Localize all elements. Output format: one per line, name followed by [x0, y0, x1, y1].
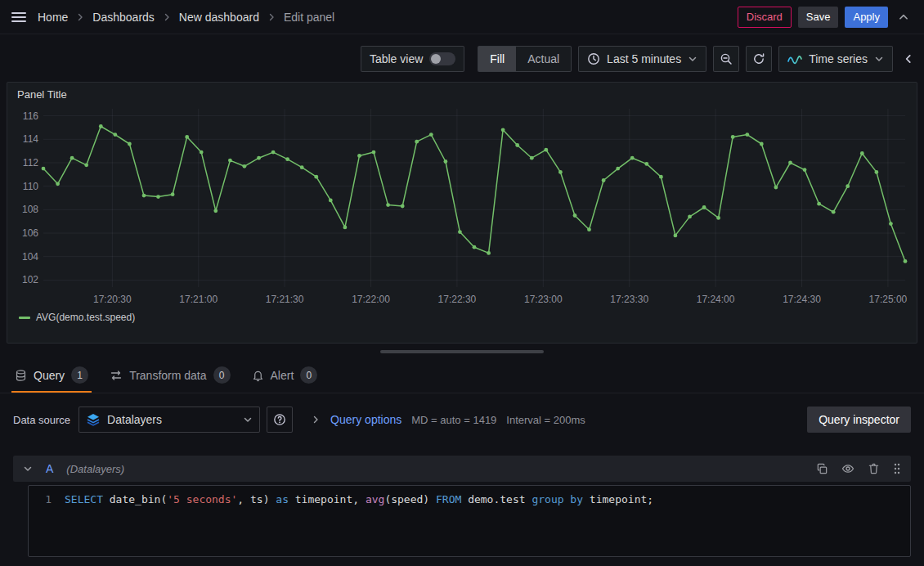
sql-code[interactable]: SELECT date_bin('5 seconds', ts) as time…	[65, 492, 653, 507]
discard-button[interactable]: Discard	[738, 7, 792, 28]
tab-alert[interactable]: Alert 0	[245, 360, 325, 393]
menu-icon[interactable]	[11, 12, 26, 22]
svg-text:108: 108	[22, 204, 38, 215]
time-range-picker[interactable]: Last 5 minutes	[578, 46, 706, 72]
panel-title[interactable]: Panel Title	[7, 83, 917, 102]
sql-code-editor[interactable]: 1 SELECT date_bin('5 seconds', ts) as ti…	[28, 485, 911, 557]
table-view-toggle[interactable]: Table view	[361, 46, 464, 72]
breadcrumb-home[interactable]: Home	[38, 11, 68, 24]
query-options-link[interactable]: Query options	[330, 413, 401, 426]
alert-bell-icon	[252, 369, 264, 382]
svg-text:17:21:30: 17:21:30	[266, 294, 304, 305]
tab-alert-label: Alert	[271, 369, 294, 382]
legend-label: AVG(demo.test.speed)	[36, 312, 135, 323]
options-pane-toggle-icon[interactable]	[899, 50, 917, 68]
fill-actual-segmented: Fill Actual	[478, 46, 572, 72]
query-collapse-icon[interactable]	[23, 464, 33, 474]
svg-text:110: 110	[23, 181, 38, 192]
panel: Panel Title 10210410610811011211411617:2…	[7, 82, 917, 344]
chevron-right-icon	[162, 12, 172, 22]
table-view-label: Table view	[370, 52, 423, 65]
query-inspector-button[interactable]: Query inspector	[807, 407, 911, 433]
zoom-out-button[interactable]	[713, 46, 739, 72]
chevron-down-icon	[243, 415, 253, 424]
interval-summary: Interval = 200ms	[506, 414, 585, 426]
refresh-button[interactable]	[746, 46, 772, 72]
tab-transform-label: Transform data	[129, 369, 206, 382]
time-series-chart[interactable]: 10210410610811011211411617:20:3017:21:00…	[12, 102, 915, 308]
query-section: Data source Datalayers Query options MD …	[0, 393, 924, 557]
svg-text:17:20:30: 17:20:30	[93, 294, 132, 305]
query-options[interactable]: Query options MD = auto = 1419 Interval …	[311, 413, 585, 426]
breadcrumb: Home Dashboards New dashboard Edit panel	[38, 11, 334, 24]
breadcrumb-new-dashboard[interactable]: New dashboard	[179, 11, 259, 24]
table-view-switch[interactable]	[429, 52, 455, 65]
datasource-help-button[interactable]	[267, 407, 293, 433]
svg-text:106: 106	[22, 227, 38, 239]
hide-query-button[interactable]	[841, 462, 854, 475]
drag-handle-icon[interactable]	[893, 462, 901, 475]
query-row-actions	[816, 462, 901, 475]
database-icon	[15, 369, 27, 382]
breadcrumb-edit-panel: Edit panel	[284, 11, 334, 24]
panel-toolbar: Table view Fill Actual Last 5 minutes Ti…	[0, 34, 924, 72]
breadcrumb-dashboards[interactable]: Dashboards	[92, 11, 155, 24]
svg-text:104: 104	[22, 251, 38, 263]
chevron-right-icon	[267, 12, 276, 22]
zoom-out-icon	[720, 52, 733, 65]
chevron-down-icon	[874, 54, 884, 64]
delete-query-button[interactable]	[868, 462, 880, 475]
datasource-row: Data source Datalayers Query options MD …	[13, 407, 911, 433]
legend-swatch	[19, 317, 30, 319]
query-row-header[interactable]: A (Datalayers)	[13, 456, 911, 482]
tab-query[interactable]: Query 1	[8, 360, 95, 393]
chevron-right-icon	[75, 12, 85, 22]
header-actions: Discard Save Apply	[738, 7, 913, 28]
chevron-down-icon	[688, 54, 697, 64]
svg-text:116: 116	[23, 110, 38, 122]
duplicate-query-button[interactable]	[816, 463, 828, 475]
editor-tabs: Query 1 Transform data 0 Alert 0	[0, 353, 924, 393]
datasource-label: Data source	[13, 414, 70, 426]
tab-transform-count: 0	[213, 366, 231, 384]
time-series-icon	[787, 53, 802, 65]
clock-icon	[587, 52, 600, 65]
query-options-expand-icon	[311, 415, 321, 424]
svg-text:114: 114	[23, 133, 38, 145]
svg-text:17:22:30: 17:22:30	[438, 294, 477, 305]
fill-option[interactable]: Fill	[478, 47, 516, 71]
svg-text:17:25:00: 17:25:00	[869, 294, 908, 305]
save-button[interactable]: Save	[798, 7, 839, 28]
svg-text:17:23:30: 17:23:30	[610, 294, 648, 305]
query-ref-id[interactable]: A	[46, 462, 53, 475]
line-number: 1	[29, 492, 65, 507]
query-datasource-hint: (Datalayers)	[66, 463, 124, 475]
svg-text:17:23:00: 17:23:00	[524, 294, 563, 305]
datasource-name: Datalayers	[107, 413, 162, 426]
transform-icon	[110, 369, 123, 382]
refresh-icon	[752, 52, 765, 65]
question-circle-icon	[273, 413, 286, 426]
datasource-picker[interactable]: Datalayers	[78, 407, 260, 433]
chevron-up-icon[interactable]	[895, 8, 913, 26]
tab-query-count: 1	[71, 366, 88, 384]
tab-transform-data[interactable]: Transform data 0	[103, 360, 236, 393]
svg-text:102: 102	[22, 274, 38, 285]
tab-query-label: Query	[34, 369, 65, 382]
svg-text:17:22:00: 17:22:00	[352, 294, 390, 305]
svg-text:17:24:00: 17:24:00	[697, 294, 735, 305]
visualization-picker[interactable]: Time series	[778, 46, 893, 72]
max-data-points-summary: MD = auto = 1419	[411, 414, 496, 426]
tab-alert-count: 0	[300, 366, 317, 384]
top-nav: Home Dashboards New dashboard Edit panel…	[0, 0, 924, 34]
legend-item[interactable]: AVG(demo.test.speed)	[7, 308, 917, 328]
svg-text:112: 112	[23, 157, 38, 168]
datalayers-logo-icon	[86, 413, 101, 426]
svg-text:17:24:30: 17:24:30	[783, 294, 821, 305]
time-range-label: Last 5 minutes	[607, 52, 681, 65]
apply-button[interactable]: Apply	[845, 7, 888, 28]
svg-text:17:21:00: 17:21:00	[179, 294, 218, 305]
sql-line[interactable]: 1 SELECT date_bin('5 seconds', ts) as ti…	[29, 486, 910, 507]
actual-option[interactable]: Actual	[516, 47, 571, 71]
visualization-label: Time series	[809, 52, 868, 65]
